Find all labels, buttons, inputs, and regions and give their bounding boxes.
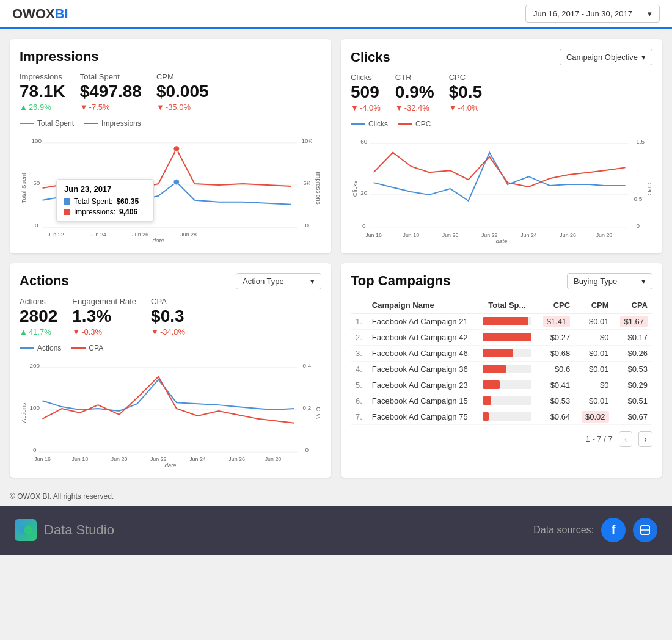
pagination-next-button[interactable]: › bbox=[638, 431, 652, 447]
campaign-name: Facebook Ad Campaign 42 bbox=[367, 329, 478, 345]
legend-label-total-spent: Total Spent bbox=[37, 119, 74, 128]
svg-text:20: 20 bbox=[360, 189, 367, 196]
cpc-metric: CPC $0.5 ▼ -4.0% bbox=[449, 73, 483, 112]
campaign-bar bbox=[478, 313, 536, 329]
actions-label: Actions bbox=[20, 297, 57, 306]
svg-text:0: 0 bbox=[637, 222, 640, 229]
campaign-bar bbox=[478, 393, 536, 409]
svg-text:CPA: CPA bbox=[315, 407, 321, 419]
svg-text:1.5: 1.5 bbox=[636, 138, 645, 145]
engagement-value: 1.3% bbox=[72, 307, 136, 326]
campaign-cpm: $0 bbox=[575, 329, 613, 345]
bottom-bar: Data Studio Data sources: f bbox=[0, 506, 672, 555]
chevron-down-icon4: ▾ bbox=[641, 277, 646, 286]
legend-line-impressions bbox=[84, 123, 98, 124]
date-range-picker[interactable]: Jun 16, 2017 - Jun 30, 2017 ▾ bbox=[525, 5, 660, 23]
campaign-cpa: $0.26 bbox=[614, 345, 652, 361]
campaign-cpm: $0.01 bbox=[575, 393, 613, 409]
campaign-num: 6. bbox=[351, 393, 367, 409]
engagement-change: ▼ -0.3% bbox=[72, 327, 136, 336]
svg-text:Total Spent: Total Spent bbox=[20, 173, 27, 203]
svg-text:date: date bbox=[153, 237, 165, 243]
table-row: 4.Facebook Ad Campaign 36$0.6$0.01$0.53 bbox=[351, 361, 652, 377]
svg-text:Jun 26: Jun 26 bbox=[132, 231, 148, 238]
buying-type-label: Buying Type bbox=[574, 277, 617, 286]
legend-label-impressions: Impressions bbox=[101, 119, 141, 128]
buying-type-dropdown[interactable]: Buying Type ▾ bbox=[567, 273, 652, 289]
actions-metrics: Actions 2802 ▲ 41.7% Engagement Rate 1.3… bbox=[20, 297, 321, 336]
legend-actions: Actions bbox=[20, 344, 61, 352]
actions-legend: Actions CPA bbox=[20, 344, 321, 352]
campaigns-table-head: Campaign Name Total Sp... CPC CPM CPA bbox=[351, 297, 652, 314]
campaign-objective-label: Campaign Objective bbox=[566, 53, 638, 62]
clicks-change: ▼ -4.0% bbox=[351, 103, 381, 112]
actions-header: Actions Action Type ▾ bbox=[20, 273, 321, 289]
actions-metric: Actions 2802 ▲ 41.7% bbox=[20, 297, 57, 336]
svg-text:Jun 26: Jun 26 bbox=[228, 456, 245, 462]
svg-text:Jun 24: Jun 24 bbox=[90, 231, 106, 238]
col-name: Campaign Name bbox=[367, 297, 478, 314]
svg-point-17 bbox=[173, 146, 180, 152]
cpc-label: CPC bbox=[449, 73, 483, 82]
clicks-value: 509 bbox=[351, 83, 381, 102]
campaign-bar bbox=[478, 409, 536, 424]
campaign-bar bbox=[478, 345, 536, 361]
campaign-num: 7. bbox=[351, 409, 367, 424]
clicks-title: Clicks bbox=[351, 49, 390, 65]
clicks-legend: Clicks CPC bbox=[351, 120, 652, 128]
clicks-chart: 60 20 0 Clicks 1.5 1 0.5 0 CPC Jun 16 Ju… bbox=[351, 131, 652, 244]
cpc-value: $0.5 bbox=[449, 83, 483, 102]
campaign-objective-dropdown[interactable]: Campaign Objective ▾ bbox=[560, 49, 652, 65]
svg-text:0: 0 bbox=[362, 222, 366, 229]
campaign-cpm: $0.01 bbox=[575, 313, 613, 329]
owox-data-icon bbox=[633, 518, 657, 542]
campaign-cpa: $0.53 bbox=[614, 361, 652, 377]
svg-text:1: 1 bbox=[637, 168, 640, 175]
campaign-cpc: $0.6 bbox=[536, 361, 575, 377]
cpa-change: ▼ -34.8% bbox=[151, 327, 185, 336]
cpa-metric: CPA $0.3 ▼ -34.8% bbox=[151, 297, 185, 336]
down-arrow-icon3: ▼ bbox=[351, 103, 359, 112]
top-campaigns-title: Top Campaigns bbox=[351, 273, 450, 289]
cpc-change: ▼ -4.0% bbox=[449, 103, 483, 112]
chevron-down-icon: ▾ bbox=[648, 9, 652, 18]
svg-text:Jun 28: Jun 28 bbox=[180, 231, 197, 238]
svg-text:Jun 28: Jun 28 bbox=[596, 232, 613, 238]
total-spent-change: ▼ -7.5% bbox=[80, 103, 142, 112]
pagination-text: 1 - 7 / 7 bbox=[586, 434, 613, 443]
svg-text:0: 0 bbox=[305, 446, 309, 453]
down-arrow-icon6: ▼ bbox=[72, 327, 80, 336]
up-arrow-icon2: ▲ bbox=[20, 327, 27, 336]
svg-text:0.2: 0.2 bbox=[302, 404, 311, 411]
clicks-metrics: Clicks 509 ▼ -4.0% CTR 0.9% ▼ -32.4% CPC… bbox=[351, 73, 652, 112]
svg-text:60: 60 bbox=[360, 138, 367, 145]
svg-text:Jun 16: Jun 16 bbox=[365, 232, 382, 238]
col-cpa: CPA bbox=[614, 297, 652, 314]
svg-text:100: 100 bbox=[29, 404, 40, 411]
campaigns-table-header-row: Campaign Name Total Sp... CPC CPM CPA bbox=[351, 297, 652, 314]
table-row: 5.Facebook Ad Campaign 23$0.41$0$0.29 bbox=[351, 377, 652, 393]
action-type-dropdown[interactable]: Action Type ▾ bbox=[236, 273, 321, 289]
chart-tooltip: Jun 23, 2017 Total Spent: $60.35 Impress… bbox=[56, 179, 154, 222]
campaign-bar bbox=[478, 329, 536, 345]
logo-bi: BI bbox=[55, 6, 68, 21]
impressions-change: ▲ 26.9% bbox=[20, 103, 65, 112]
cpa-label: CPA bbox=[151, 297, 185, 306]
legend-cpc: CPC bbox=[398, 120, 431, 128]
pagination-prev-button[interactable]: ‹ bbox=[619, 431, 633, 447]
campaign-num: 1. bbox=[351, 313, 367, 329]
tooltip-impressions: Impressions: 9,406 bbox=[64, 208, 146, 216]
impressions-metrics: Impressions 78.1K ▲ 26.9% Total Spent $4… bbox=[20, 72, 321, 112]
svg-text:50: 50 bbox=[33, 180, 40, 186]
svg-text:0: 0 bbox=[35, 222, 38, 228]
campaign-name: Facebook Ad Campaign 75 bbox=[367, 409, 478, 424]
engagement-label: Engagement Rate bbox=[72, 297, 136, 306]
campaign-name: Facebook Ad Campaign 36 bbox=[367, 361, 478, 377]
logo: OWOXBI bbox=[12, 6, 68, 22]
legend-total-spent: Total Spent bbox=[20, 119, 74, 128]
svg-point-58 bbox=[24, 526, 32, 534]
campaign-num: 2. bbox=[351, 329, 367, 345]
svg-text:0.5: 0.5 bbox=[634, 195, 642, 202]
total-spent-metric: Total Spent $497.88 ▼ -7.5% bbox=[80, 72, 142, 112]
svg-text:date: date bbox=[164, 461, 177, 467]
